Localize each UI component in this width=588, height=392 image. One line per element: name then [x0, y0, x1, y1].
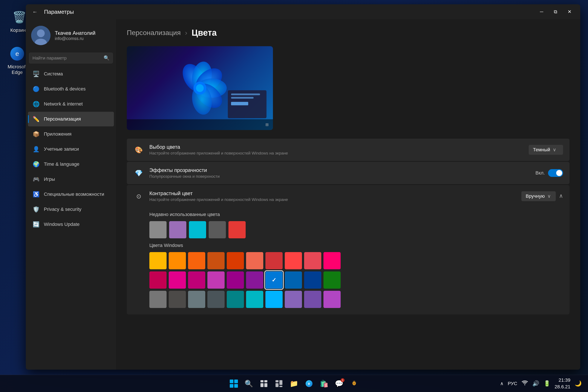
win-color-1-2[interactable]	[188, 272, 205, 289]
win-color-2-6[interactable]	[266, 291, 282, 308]
taskbar-store-icon[interactable]: 🛍️	[318, 377, 330, 390]
lang-indicator[interactable]: РУС	[508, 381, 517, 386]
minimize-button[interactable]: ─	[535, 6, 548, 17]
win-color-2-4[interactable]	[227, 291, 244, 308]
win-color-0-8[interactable]	[304, 252, 321, 269]
notification-center-icon[interactable]: 🌙	[575, 380, 582, 387]
sidebar-item-time[interactable]: 🌍Time & language	[28, 157, 114, 172]
win-color-0-1[interactable]	[169, 252, 186, 269]
contrast-dropdown[interactable]: Вручную ∨	[522, 191, 556, 201]
win-color-1-0[interactable]	[149, 272, 166, 289]
windows-colors-label: Цвета Windows	[149, 243, 561, 248]
avatar	[31, 26, 50, 45]
win-color-1-6[interactable]: ✓	[266, 272, 282, 289]
win-color-1-4[interactable]	[227, 272, 244, 289]
win-color-0-2[interactable]	[188, 252, 205, 269]
close-button[interactable]: ✕	[563, 6, 576, 17]
sidebar-item-network[interactable]: 🌐Network & internet	[28, 97, 114, 111]
win-color-1-1[interactable]	[169, 272, 186, 289]
expand-collapse-icon[interactable]: ∨	[559, 193, 563, 200]
wifi-icon[interactable]	[522, 380, 528, 388]
taskbar-taskview-icon[interactable]	[258, 377, 270, 390]
sidebar-item-accessibility[interactable]: ♿Специальные возможности	[28, 187, 114, 202]
contrast-title: Контрастный цвет	[149, 190, 516, 196]
recent-swatch-0[interactable]	[149, 221, 166, 238]
color-choice-control: Темный ∨	[529, 145, 563, 155]
win-color-1-5[interactable]	[246, 272, 263, 289]
user-info: Ткачев Анатолий info@comss.ru	[55, 30, 111, 41]
transparency-control: Вкл.	[536, 169, 563, 177]
maximize-button[interactable]: ⧉	[549, 6, 562, 17]
sidebar-item-apps[interactable]: 📦Приложения	[28, 127, 114, 142]
toggle-knob	[556, 170, 562, 176]
search-input[interactable]	[32, 56, 104, 60]
search-box[interactable]: 🔍	[29, 53, 113, 64]
svg-rect-14	[234, 380, 238, 383]
sidebar-item-label-apps: Приложения	[44, 131, 72, 137]
sidebar-item-accounts[interactable]: 👤Учетные записи	[28, 142, 114, 156]
taskbar-clock[interactable]: 21:39 28.6.21	[555, 377, 570, 390]
svg-rect-17	[260, 380, 264, 382]
battery-icon[interactable]: 🔋	[544, 380, 550, 387]
taskbar-edge-icon[interactable]: e	[302, 377, 316, 390]
win-color-1-8[interactable]	[304, 272, 321, 289]
win-color-2-1[interactable]	[169, 291, 186, 308]
sidebar-item-label-accounts: Учетные записи	[44, 146, 79, 152]
preview-floating-window	[228, 90, 266, 118]
contrast-header[interactable]: ⊙ Контрастный цвет Настройте отображение…	[127, 185, 570, 208]
sidebar-item-bluetooth[interactable]: 🔵Bluetooth & devices	[28, 82, 114, 96]
win-color-1-3[interactable]	[208, 272, 224, 289]
taskbar-teams-icon[interactable]: 💬 1	[333, 377, 346, 390]
color-choice-dropdown[interactable]: Темный ∨	[529, 145, 563, 155]
recent-swatch-1[interactable]	[169, 221, 186, 238]
win-color-0-5[interactable]	[246, 252, 263, 269]
sidebar-item-privacy[interactable]: 🛡️Privacy & security	[28, 202, 114, 217]
back-button[interactable]: ←	[30, 7, 40, 17]
taskbar-start-icon[interactable]	[228, 377, 240, 390]
user-profile[interactable]: Ткачев Анатолий info@comss.ru	[28, 22, 114, 52]
win-color-2-0[interactable]	[149, 291, 166, 308]
chevron-down-icon: ∨	[553, 147, 556, 152]
win-color-2-8[interactable]	[304, 291, 321, 308]
transparency-row[interactable]: 💎 Эффекты прозрачности Полупрозрачные ок…	[127, 162, 570, 184]
win-color-0-9[interactable]	[324, 252, 341, 269]
bluetooth-nav-icon: 🔵	[32, 85, 40, 93]
taskbar-widgets-icon[interactable]	[272, 377, 286, 390]
apps-nav-icon: 📦	[32, 130, 40, 138]
win-color-2-2[interactable]	[188, 291, 205, 308]
win-color-2-7[interactable]	[285, 291, 302, 308]
recent-swatch-4[interactable]	[228, 221, 246, 238]
win-color-0-6[interactable]	[266, 252, 282, 269]
clock-date: 28.6.21	[555, 384, 570, 390]
win-color-0-0[interactable]	[149, 252, 166, 269]
taskbar-settings-icon[interactable]	[348, 377, 360, 390]
breadcrumb-parent[interactable]: Персонализация	[127, 29, 181, 37]
win-color-2-5[interactable]	[246, 291, 263, 308]
volume-icon[interactable]: 🔊	[532, 380, 539, 387]
taskbar-preview: ⊞	[127, 119, 273, 130]
taskbar-files-icon[interactable]: 📁	[288, 377, 300, 390]
win-color-0-4[interactable]	[227, 252, 244, 269]
svg-rect-19	[260, 383, 264, 387]
user-email: info@comss.ru	[55, 36, 111, 41]
recent-swatch-3[interactable]	[209, 221, 226, 238]
taskbar: 🔍 📁 e 🛍️ 💬 1 ∧ РУС	[0, 375, 588, 392]
win-color-1-7[interactable]	[285, 272, 302, 289]
sidebar-item-update[interactable]: 🔄Windows Update	[28, 217, 114, 232]
sidebar-item-personalization[interactable]: ✏️Персонализация	[28, 112, 114, 126]
win-color-2-9[interactable]	[324, 291, 341, 308]
recent-swatch-2[interactable]	[189, 221, 206, 238]
taskbar-search-icon[interactable]: 🔍	[242, 377, 255, 390]
sidebar-item-system[interactable]: 🖥️Система	[28, 66, 114, 81]
show-hidden-icon[interactable]: ∧	[500, 381, 504, 386]
win-color-1-9[interactable]	[324, 272, 341, 289]
sidebar-item-gaming[interactable]: 🎮Игры	[28, 172, 114, 186]
win-color-0-7[interactable]	[285, 252, 302, 269]
sidebar-item-label-system: Система	[44, 71, 63, 77]
transparency-title: Эффекты прозрачности	[149, 167, 530, 173]
transparency-toggle[interactable]	[548, 169, 563, 177]
win-color-0-3[interactable]	[208, 252, 224, 269]
color-choice-row[interactable]: 🎨 Выбор цвета Настройте отображение прил…	[127, 138, 570, 161]
win-color-2-3[interactable]	[208, 291, 224, 308]
recycle-bin-icon: 🗑️	[11, 8, 28, 26]
